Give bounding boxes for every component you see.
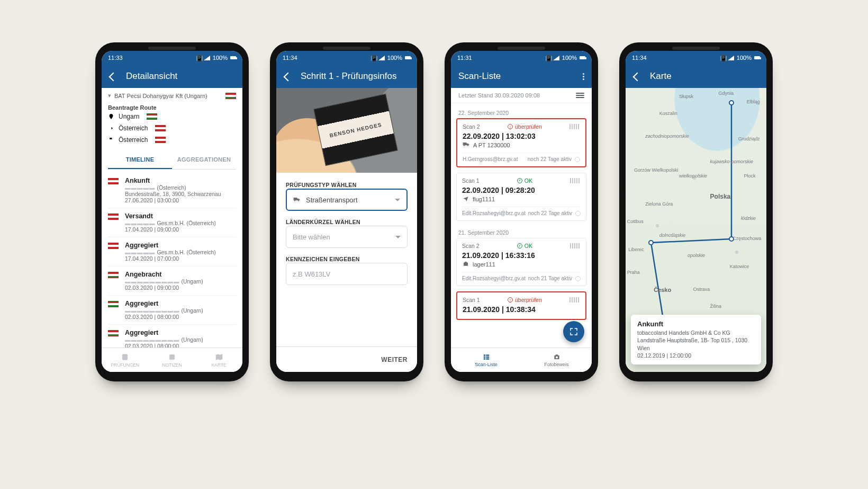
flag-hungary-icon	[225, 93, 236, 99]
scan-user: Edit.Rozsahegyi@brz.gv.at	[462, 275, 526, 281]
clock: 11:34	[632, 55, 647, 61]
timeline-list: Ankunft ▬▬▬▬▬ (Österreich) Bundesstraße,…	[108, 170, 236, 348]
status-bar: 11:34 📳 100%	[276, 51, 417, 65]
route-node[interactable]	[729, 236, 734, 242]
scan-datetime: 22.09.2020 | 13:02:03	[463, 132, 580, 140]
overflow-menu-icon[interactable]	[583, 73, 584, 80]
country-label: Österreich	[119, 125, 148, 132]
timeline-item[interactable]: Versandt ▬▬▬▬▬ Ges.m.b.H. (Österreich) 1…	[108, 208, 236, 237]
info-title: Ankunft	[637, 320, 755, 328]
timeline-item[interactable]: Ankunft ▬▬▬▬▬ (Österreich) Bundesstraße,…	[108, 173, 236, 208]
arrow-icon	[108, 125, 114, 131]
flagpole-icon	[108, 137, 114, 143]
route-origin: Ungarn	[108, 111, 236, 122]
bottom-nav: PRÜFUNGEN NOTIZEN KARTE	[102, 348, 242, 372]
battery-icon	[580, 56, 585, 59]
back-icon[interactable]	[109, 72, 119, 81]
scan-user: Edit.Rozsahegyi@brz.gv.at	[462, 210, 526, 216]
barcode-icon	[570, 178, 581, 183]
lastupdate-label: Letzter Stand 30.09.2020 09:08	[458, 92, 540, 99]
nav-karte[interactable]: KARTE	[195, 348, 242, 372]
clock: 11:33	[108, 55, 123, 61]
timeline-item[interactable]: Aggregiert ▬▬▬▬▬▬▬▬▬ (Ungarn) 02.03.2020…	[108, 296, 236, 325]
input-placeholder: z.B W613LV	[293, 270, 330, 278]
next-button[interactable]: WEITER	[381, 356, 408, 363]
map-view[interactable]: Słupsk Gdynia Elbląg Koszalin zachodniop…	[626, 88, 766, 372]
scan-card[interactable]: Scan 1 ✓OK 22.09.2020 | 09:28:20 flug111…	[456, 173, 586, 221]
event-title: Ankunft	[125, 177, 236, 184]
tab-aggregationen[interactable]: AGGREGATIONEN	[172, 151, 236, 169]
event-title: Aggregiert	[125, 300, 236, 307]
status-dot-icon	[575, 157, 580, 162]
scan-datetime: 22.09.2020 | 09:28:20	[462, 186, 581, 194]
event-ts: 02.03.2020 | 08:00:00	[125, 314, 236, 320]
flag-austria-icon	[108, 243, 119, 249]
select-value: Straßentransport	[306, 196, 358, 204]
camera-icon	[552, 353, 562, 361]
screen: 11:33 📳 100% Detailansicht ▾ BAT Pecsi D…	[102, 51, 242, 372]
map-info-card[interactable]: Ankunft tobaccoland Handels GmbH & Co KG…	[631, 315, 761, 364]
screen: 11:31 📳 100% Scan-Liste Letzter Stand 30…	[451, 51, 592, 372]
battery-percent: 100%	[213, 55, 228, 61]
fab-fullscreen[interactable]	[563, 321, 584, 342]
tab-timeline[interactable]: TIMELINE	[108, 151, 172, 169]
status-bar: 11:31 📳 100%	[451, 51, 592, 65]
info-address: Landstraße Hauptstraße, 1B- Top 015 , 10…	[637, 336, 755, 351]
svg-rect-8	[486, 358, 489, 359]
footer-bar: WEITER	[276, 346, 417, 372]
event-title: Versandt	[125, 212, 236, 220]
route-transit: Österreich	[108, 122, 236, 134]
status-badge: ✓OK	[480, 177, 570, 184]
flag-austria-icon	[108, 214, 119, 220]
signal-icon	[204, 56, 210, 60]
vibrate-icon: 📳	[196, 55, 201, 60]
scan-card[interactable]: Scan 2 !überprüfen 22.09.2020 | 13:02:03…	[456, 118, 586, 167]
scan-user: H.Gerngross@brz.gv.at	[463, 156, 518, 162]
route-node[interactable]	[648, 240, 654, 245]
timeline-item[interactable]: Aggregiert ▬▬▬▬▬▬▬▬▬ (Ungarn) 02.03.2020…	[108, 325, 236, 348]
nav-notizen[interactable]: NOTIZEN	[149, 348, 196, 372]
info-ts: 02.12.2019 | 12:00:00	[637, 352, 755, 359]
scan-expiry: noch 22 Tage aktiv	[528, 210, 572, 216]
input-plate[interactable]: z.B W613LV	[286, 263, 408, 285]
timeline-item[interactable]: Aggregiert ▬▬▬▬▬ Ges.m.b.H. (Österreich)…	[108, 237, 236, 266]
route-node[interactable]	[729, 100, 734, 105]
label-kennzeichen: KENNZEICHEN EINGEBEN	[286, 256, 360, 262]
scan-card[interactable]: Scan 1 !überprüfen 21.09.2020 | 10:38:34	[456, 291, 586, 320]
back-icon[interactable]	[633, 72, 643, 81]
scan-datetime: 21.09.2020 | 16:33:16	[462, 251, 581, 260]
bottom-nav: Scan-Liste Fotobeweis	[451, 348, 592, 372]
status-badge: !überprüfen	[480, 123, 569, 130]
svg-rect-7	[486, 356, 489, 357]
status-badge: !überprüfen	[480, 297, 569, 303]
app-bar: Detailansicht	[102, 65, 242, 88]
filter-icon[interactable]	[576, 92, 584, 99]
signal-icon	[378, 56, 385, 60]
barcode-icon	[570, 243, 581, 248]
scan-card[interactable]: Scan 2 ✓OK 21.09.2020 | 16:33:16 lager11…	[456, 238, 586, 286]
page-title: Schritt 1 - Prüfungsinfos	[301, 71, 396, 82]
phone-karte: 11:34 📳 100% Karte	[619, 42, 773, 381]
nav-pruefungen[interactable]: PRÜFUNGEN	[102, 348, 149, 372]
phone-detailansicht: 11:33 📳 100% Detailansicht ▾ BAT Pecsi D…	[95, 42, 249, 381]
nav-fotobeweis[interactable]: Fotobeweis	[521, 348, 592, 372]
scan-expiry: noch 21 Tage aktiv	[528, 275, 572, 281]
nav-scanliste[interactable]: Scan-Liste	[451, 348, 521, 372]
country-label: Ungarn	[119, 113, 139, 120]
phone-pruefungsinfos: 11:34 📳 100% Schritt 1 - Prüfungsinfos B…	[270, 42, 423, 381]
flag-austria-icon	[108, 178, 119, 184]
vehicle-label: flug1111	[473, 196, 495, 202]
battery-icon	[754, 56, 760, 59]
phone-scanlist: 11:31 📳 100% Scan-Liste Letzter Stand 30…	[445, 42, 598, 381]
notes-icon	[167, 353, 177, 361]
back-icon[interactable]	[284, 72, 293, 81]
event-title: Aggregiert	[125, 329, 236, 336]
timeline-item[interactable]: Angebracht ▬▬▬▬▬▬▬▬▬ (Ungarn) 02.03.2020…	[108, 266, 236, 296]
scan-name: Scan 1	[462, 177, 480, 184]
event-ts: 27.06.2020 | 03:00:00	[125, 197, 236, 203]
label-laenderkuerzel: LÄNDERKÜRZEL WÄHLEN	[286, 219, 360, 225]
svg-rect-2	[169, 354, 174, 359]
select-pruefungstyp[interactable]: Straßentransport	[286, 189, 408, 211]
select-country[interactable]: Bitte wählen	[286, 226, 408, 248]
chevron-down-icon	[395, 199, 400, 201]
